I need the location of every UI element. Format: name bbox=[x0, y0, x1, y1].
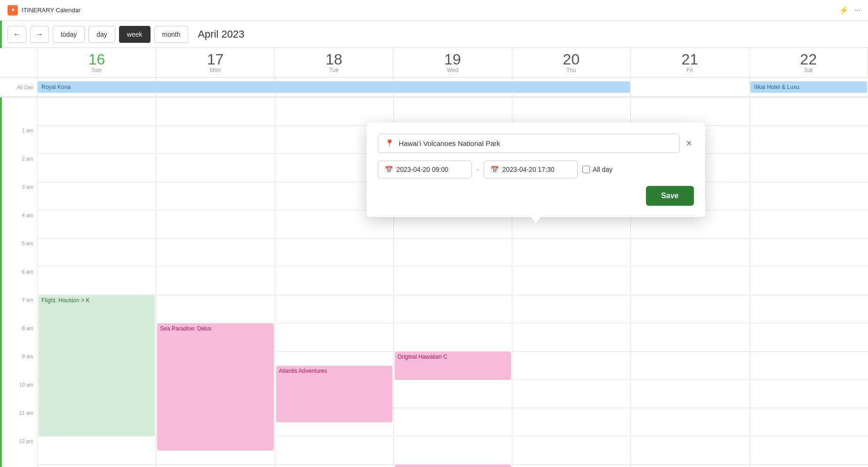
popup-close-button[interactable]: × bbox=[685, 136, 694, 151]
calendar-icon-end: 📅 bbox=[491, 166, 499, 173]
start-datetime-value: 2023-04-20 09:00 bbox=[397, 166, 449, 173]
allday-label-text: All day bbox=[593, 166, 613, 173]
end-datetime-value: 2023-04-20 17:30 bbox=[502, 166, 555, 173]
allday-checkbox[interactable] bbox=[582, 166, 590, 173]
location-icon: 📍 bbox=[385, 139, 394, 148]
popup-overlay[interactable]: 📍 × 📅 2023-04-20 09:00 - 📅 2023-04-20 17… bbox=[0, 0, 868, 467]
event-popup: 📍 × 📅 2023-04-20 09:00 - 📅 2023-04-20 17… bbox=[366, 122, 705, 217]
event-title-input[interactable] bbox=[399, 139, 673, 147]
start-datetime-field[interactable]: 📅 2023-04-20 09:00 bbox=[378, 161, 472, 178]
datetime-separator: - bbox=[477, 165, 479, 174]
save-button[interactable]: Save bbox=[646, 186, 693, 206]
allday-checkbox-label[interactable]: All day bbox=[582, 166, 613, 173]
calendar-icon-start: 📅 bbox=[385, 166, 393, 173]
end-datetime-field[interactable]: 📅 2023-04-20 17:30 bbox=[484, 161, 578, 178]
